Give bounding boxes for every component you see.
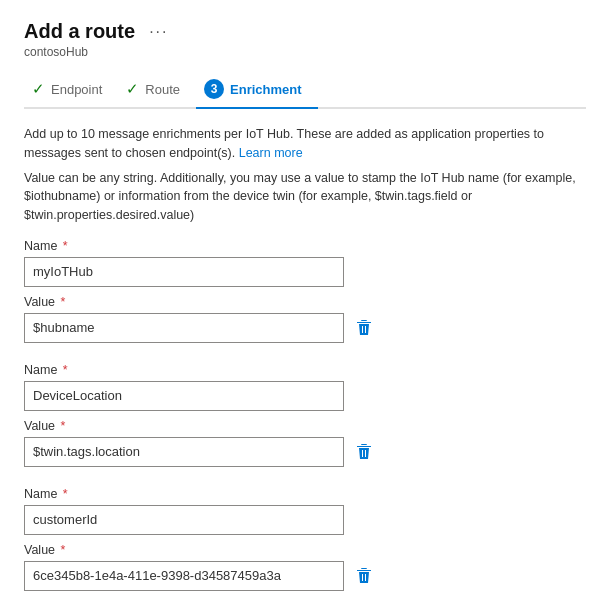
enrichment-row-1: Name *Value *: [24, 363, 586, 475]
page-subtitle: contosoHub: [24, 45, 586, 59]
value-input-2[interactable]: [24, 561, 344, 591]
value-label-2: Value *: [24, 543, 586, 557]
delete-button-0[interactable]: [352, 315, 376, 341]
name-label-2: Name *: [24, 487, 586, 501]
name-group-1: Name *: [24, 363, 586, 411]
value-required-indicator: *: [57, 543, 65, 557]
enrichment-step-number: 3: [204, 79, 224, 99]
name-group-2: Name *: [24, 487, 586, 535]
tab-endpoint[interactable]: ✓ Endpoint: [24, 72, 118, 108]
value-row-0: [24, 313, 586, 343]
description-line2: Value can be any string. Additionally, y…: [24, 169, 586, 225]
learn-more-link[interactable]: Learn more: [239, 146, 303, 160]
value-group-2: Value *: [24, 543, 586, 591]
name-group-0: Name *: [24, 239, 586, 287]
value-group-1: Value *: [24, 419, 586, 467]
enrichments-container: Name *Value *Name *Value *Name *Value *: [24, 239, 586, 595]
endpoint-check-icon: ✓: [32, 80, 45, 98]
value-row-1: [24, 437, 586, 467]
name-required-indicator: *: [59, 487, 67, 501]
enrichment-row-0: Name *Value *: [24, 239, 586, 351]
tab-enrichment-label: Enrichment: [230, 82, 302, 97]
description-section: Add up to 10 message enrichments per IoT…: [24, 125, 586, 225]
name-required-indicator: *: [59, 239, 67, 253]
value-input-0[interactable]: [24, 313, 344, 343]
more-options-button[interactable]: ···: [145, 21, 172, 43]
wizard-tabs: ✓ Endpoint ✓ Route 3 Enrichment: [24, 71, 586, 109]
value-required-indicator: *: [57, 419, 65, 433]
value-input-1[interactable]: [24, 437, 344, 467]
name-input-1[interactable]: [24, 381, 344, 411]
name-required-indicator: *: [59, 363, 67, 377]
name-input-2[interactable]: [24, 505, 344, 535]
value-required-indicator: *: [57, 295, 65, 309]
value-row-2: [24, 561, 586, 591]
name-input-0[interactable]: [24, 257, 344, 287]
tab-endpoint-label: Endpoint: [51, 82, 102, 97]
tab-route-label: Route: [145, 82, 180, 97]
value-label-0: Value *: [24, 295, 586, 309]
description-line1: Add up to 10 message enrichments per IoT…: [24, 125, 586, 163]
page-title: Add a route: [24, 20, 135, 43]
enrichment-row-2: Name *Value *: [24, 487, 586, 595]
tab-route[interactable]: ✓ Route: [118, 72, 196, 108]
route-check-icon: ✓: [126, 80, 139, 98]
tab-enrichment[interactable]: 3 Enrichment: [196, 71, 318, 109]
name-label-0: Name *: [24, 239, 586, 253]
delete-button-2[interactable]: [352, 563, 376, 589]
delete-button-1[interactable]: [352, 439, 376, 465]
name-label-1: Name *: [24, 363, 586, 377]
value-group-0: Value *: [24, 295, 586, 343]
page-header: Add a route ···: [24, 20, 586, 43]
value-label-1: Value *: [24, 419, 586, 433]
